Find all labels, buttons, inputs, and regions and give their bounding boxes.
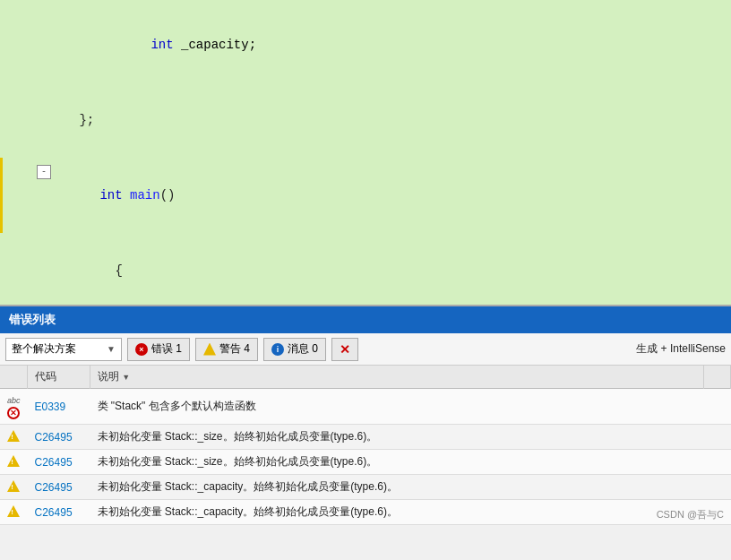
row-code-cell: E0339 [28, 389, 90, 425]
error-filter-button[interactable]: × 错误 1 [127, 338, 190, 361]
info-icon: i [271, 343, 284, 356]
row-extra-cell [704, 389, 731, 425]
code-editor: int _capacity; }; - int main() { Stack s… [0, 0, 731, 305]
warning-code-link[interactable]: C26495 [35, 456, 73, 469]
row-code-cell: C26495 [28, 500, 90, 525]
warning-triangle-icon: ! [7, 480, 20, 492]
row-extra-cell [704, 475, 731, 500]
table-row: abc ✕ E0339 类 "Stack" 包含多个默认构造函数 [0, 389, 731, 425]
row-description-cell: 未初始化变量 Stack::_capacity。始终初始化成员变量(type.6… [90, 500, 704, 525]
clear-filter-button[interactable]: ✕ [331, 338, 358, 361]
line-content: }; [34, 82, 731, 158]
error-icon: × [135, 343, 148, 356]
row-icon-cell: ! [0, 425, 28, 450]
row-icon-cell: ! [0, 500, 28, 525]
sort-arrow-icon: ▼ [122, 373, 130, 382]
table-header-icon [0, 366, 28, 389]
error-code-link[interactable]: E0339 [35, 401, 66, 413]
clear-icon: ✕ [340, 342, 350, 357]
row-description-cell: 未初始化变量 Stack::_size。始终初始化成员变量(type.6)。 [90, 450, 704, 475]
warning-filter-button[interactable]: 警告 4 [195, 338, 258, 361]
table-row: ! C26495 未初始化变量 Stack::_size。始终初始化成员变量(t… [0, 425, 731, 450]
table-row: ! C26495 未初始化变量 Stack::_size。始终初始化成员变量(t… [0, 450, 731, 475]
table-header-extra [704, 366, 731, 389]
row-icon-cell: ! [0, 475, 28, 500]
error-circle-icon: ✕ [7, 407, 20, 419]
row-icon-cell: abc ✕ [0, 389, 28, 425]
collapse-button[interactable]: - [37, 165, 51, 179]
table-header-description[interactable]: 说明 ▼ [90, 366, 704, 389]
warning-triangle-icon: ! [7, 455, 20, 467]
solution-dropdown-label: 整个解决方案 [12, 341, 76, 357]
warning-code-link[interactable]: C26495 [35, 481, 73, 494]
error-panel-title: 错误列表 [9, 312, 56, 328]
row-code-cell: C26495 [28, 425, 90, 450]
warning-code-link[interactable]: C26495 [35, 431, 73, 444]
abc-error-icon: abc [7, 396, 21, 405]
line-content: int _capacity; [34, 7, 731, 82]
info-filter-button[interactable]: i 消息 0 [263, 338, 326, 361]
row-icon-cell: ! [0, 450, 28, 475]
solution-dropdown[interactable]: 整个解决方案 ▼ [5, 338, 122, 361]
error-filter-label: 错误 1 [151, 341, 182, 357]
table-header-row: 代码 说明 ▼ [0, 366, 731, 389]
error-panel: 错误列表 整个解决方案 ▼ × 错误 1 警告 4 i 消息 0 ✕ 生成 + … [0, 305, 731, 560]
info-filter-label: 消息 0 [288, 341, 318, 357]
warning-triangle-icon: ! [7, 505, 20, 517]
error-panel-header: 错误列表 [0, 306, 731, 333]
build-intellisense-label: 生成 + IntelliSense [636, 341, 726, 357]
code-line-4: { [0, 233, 731, 305]
row-description-cell: 未初始化变量 Stack::_capacity。始终初始化成员变量(type.6… [90, 475, 704, 500]
warning-triangle-icon: ! [7, 430, 20, 442]
error-toolbar: 整个解决方案 ▼ × 错误 1 警告 4 i 消息 0 ✕ 生成 + Intel… [0, 333, 731, 366]
table-row: ! C26495 未初始化变量 Stack::_capacity。始终初始化成员… [0, 475, 731, 500]
code-line-2: }; [0, 82, 731, 158]
row-extra-cell [704, 425, 731, 450]
table-header-code: 代码 [28, 366, 90, 389]
branding-text: CSDN @吾与C [657, 508, 724, 521]
code-line-1: int _capacity; [0, 7, 731, 82]
line-content: int main() [55, 158, 731, 233]
row-code-cell: C26495 [28, 475, 90, 500]
warning-filter-label: 警告 4 [219, 341, 250, 357]
warning-icon [203, 343, 216, 356]
row-description-cell: 类 "Stack" 包含多个默认构造函数 [90, 389, 704, 425]
row-extra-cell [704, 450, 731, 475]
chevron-down-icon: ▼ [107, 344, 116, 354]
error-table: 代码 说明 ▼ abc ✕ E0339 类 "Stack" 包含多个默认构造函数 [0, 366, 731, 525]
table-row: ! C26495 未初始化变量 Stack::_capacity。始终初始化成员… [0, 500, 731, 525]
line-content: { [34, 233, 731, 305]
row-description-cell: 未初始化变量 Stack::_size。始终初始化成员变量(type.6)。 [90, 425, 704, 450]
code-line-3: - int main() [0, 158, 731, 233]
row-code-cell: C26495 [28, 450, 90, 475]
warning-code-link[interactable]: C26495 [35, 506, 73, 519]
